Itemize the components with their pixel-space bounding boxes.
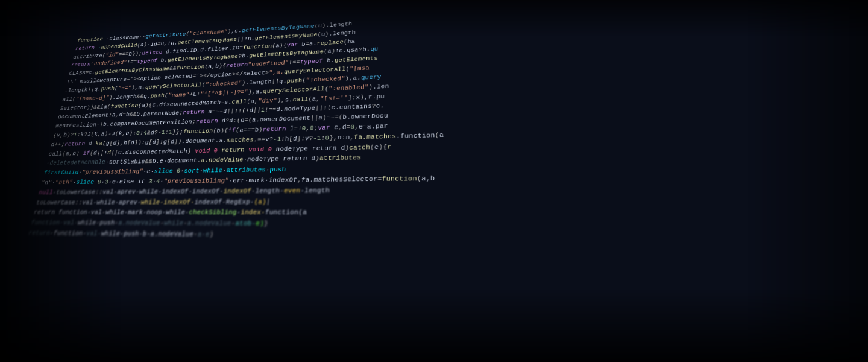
vignette-bottom bbox=[0, 290, 868, 362]
code-background: function ·className··getAttribute("class… bbox=[0, 0, 868, 362]
vignette-top bbox=[0, 0, 868, 36]
